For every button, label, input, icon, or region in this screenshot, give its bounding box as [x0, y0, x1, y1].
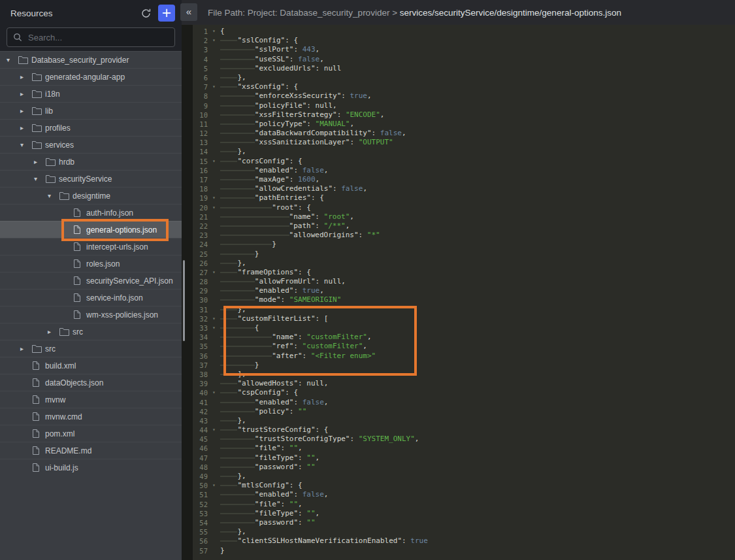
code-line-29[interactable]: 29"enabled": true,	[193, 286, 735, 295]
code-line-19[interactable]: 19▾"pathEntries": {	[193, 193, 735, 203]
code-line-3[interactable]: 3"sslPort": 443,	[193, 45, 735, 54]
tree-item-mvnw.cmd[interactable]: mvnw.cmd	[0, 408, 182, 425]
tree-item-build.xml[interactable]: build.xml	[0, 357, 182, 374]
code-line-56[interactable]: 56"clientSSLHostNameVerificationEnabled"…	[193, 536, 735, 546]
code-line-10[interactable]: 10"xssFilterStrategy": "ENCODE",	[193, 110, 735, 120]
code-line-40[interactable]: 40▾"cspConfig": {	[193, 388, 735, 397]
search-input[interactable]	[27, 32, 169, 43]
tree-item-intercept-urls.json[interactable]: intercept-urls.json	[0, 238, 182, 255]
code-line-39[interactable]: 39"allowedHosts": null,	[193, 379, 735, 388]
json-editor[interactable]: 1▾{2▾"sslConfig": {3"sslPort": 443,4"use…	[182, 25, 735, 560]
code-line-22[interactable]: 22"path": "/**",	[193, 222, 735, 231]
code-line-32[interactable]: 32▾"customFilterList": [	[193, 314, 735, 323]
code-line-51[interactable]: 51"enabled": false,	[193, 490, 735, 499]
tree-item-securityService[interactable]: ▾securityService	[0, 170, 182, 187]
refresh-button[interactable]	[138, 5, 154, 21]
tree-item-profiles[interactable]: ▸profiles	[0, 119, 182, 136]
code-line-17[interactable]: 17"maxAge": 1600,	[193, 175, 735, 184]
code-line-20[interactable]: 20▾"root": {	[193, 203, 735, 212]
code-line-36[interactable]: 36"after": "<Filter enum>"	[193, 352, 735, 361]
code-line-12[interactable]: 12"dataBackwardCompatibility": false,	[193, 129, 735, 138]
code-line-9[interactable]: 9"policyFile": null,	[193, 101, 735, 110]
tree-item-service-info.json[interactable]: service-info.json	[0, 289, 182, 306]
code-line-50[interactable]: 50▾"mtlsConfig": {	[193, 481, 735, 490]
code-line-30[interactable]: 30"mode": "SAMEORIGIN"	[193, 295, 735, 305]
code-line-16[interactable]: 16"enabled": false,	[193, 166, 735, 175]
code-line-21[interactable]: 21"name": "root",	[193, 212, 735, 222]
code-line-47[interactable]: 47"fileType": "",	[193, 453, 735, 463]
code-line-53[interactable]: 53"fileType": "",	[193, 509, 735, 518]
code-line-15[interactable]: 15▾"corsConfig": {	[193, 157, 735, 166]
code-line-14[interactable]: 14},	[193, 147, 735, 156]
fold-chevron-icon[interactable]: ▾	[208, 388, 220, 397]
fold-chevron-icon[interactable]: ▾	[208, 323, 220, 333]
code-area[interactable]: 1▾{2▾"sslConfig": {3"sslPort": 443,4"use…	[193, 27, 735, 555]
fold-chevron-icon[interactable]: ▾	[208, 268, 220, 277]
chevron-down-icon[interactable]: ▾	[20, 142, 32, 148]
tree-item-general-options.json[interactable]: general-options.json	[0, 221, 182, 238]
tree-item-wm-xss-policies.json[interactable]: wm-xss-policies.json	[0, 306, 182, 323]
chevron-right-icon[interactable]: ▸	[48, 329, 59, 335]
tree-item-dataObjects.json[interactable]: dataObjects.json	[0, 374, 182, 391]
code-line-23[interactable]: 23"allowedOrigins": "*"	[193, 231, 735, 240]
code-line-49[interactable]: 49},	[193, 472, 735, 481]
chevron-right-icon[interactable]: ▸	[20, 74, 32, 80]
search-box[interactable]	[7, 27, 175, 47]
code-line-33[interactable]: 33▾{	[193, 323, 735, 333]
fold-chevron-icon[interactable]: ▾	[208, 203, 220, 212]
add-resource-button[interactable]: +	[158, 5, 175, 22]
chevron-down-icon[interactable]: ▾	[48, 193, 59, 199]
code-line-8[interactable]: 8"enforceXssSecurity": true,	[193, 91, 735, 101]
fold-chevron-icon[interactable]: ▾	[208, 157, 220, 166]
tree-item-hrdb[interactable]: ▸hrdb	[0, 153, 182, 170]
code-line-46[interactable]: 46"file": "",	[193, 444, 735, 453]
code-line-35[interactable]: 35"ref": "customFilter",	[193, 342, 735, 351]
code-line-52[interactable]: 52"file": "",	[193, 500, 735, 509]
code-line-48[interactable]: 48"password": ""	[193, 463, 735, 472]
fold-chevron-icon[interactable]: ▾	[208, 481, 220, 490]
tree-item-Database_security_provider[interactable]: ▾Database_security_provider	[0, 51, 182, 68]
code-line-44[interactable]: 44▾"trustStoreConfig": {	[193, 425, 735, 435]
collapse-panel-button[interactable]: «	[180, 3, 197, 21]
code-line-28[interactable]: 28"allowFromUrl": null,	[193, 277, 735, 286]
code-line-7[interactable]: 7▾"xssConfig": {	[193, 82, 735, 91]
code-line-4[interactable]: 4"useSSL": false,	[193, 55, 735, 64]
tree-scrollbar-thumb[interactable]	[183, 260, 185, 341]
code-line-13[interactable]: 13"xssSanitizationLayer": "OUTPUT"	[193, 138, 735, 147]
fold-chevron-icon[interactable]: ▾	[208, 36, 220, 45]
fold-chevron-icon[interactable]: ▾	[208, 314, 220, 323]
chevron-right-icon[interactable]: ▸	[20, 346, 32, 352]
tree-item-src[interactable]: ▸src	[0, 323, 182, 340]
tree-item-README.md[interactable]: README.md	[0, 442, 182, 459]
tree-item-services[interactable]: ▾services	[0, 136, 182, 153]
fold-chevron-icon[interactable]: ▾	[208, 425, 220, 435]
code-line-6[interactable]: 6},	[193, 73, 735, 82]
code-line-1[interactable]: 1▾{	[193, 27, 735, 36]
code-line-43[interactable]: 43},	[193, 416, 735, 425]
code-line-11[interactable]: 11"policyType": "MANUAL",	[193, 120, 735, 129]
chevron-right-icon[interactable]: ▸	[20, 125, 32, 131]
tree-item-roles.json[interactable]: roles.json	[0, 255, 182, 272]
code-line-2[interactable]: 2▾"sslConfig": {	[193, 36, 735, 45]
code-line-41[interactable]: 41"enabled": false,	[193, 398, 735, 407]
code-line-37[interactable]: 37}	[193, 361, 735, 370]
code-line-27[interactable]: 27▾"frameOptions": {	[193, 268, 735, 277]
chevron-right-icon[interactable]: ▸	[34, 159, 46, 165]
tree-item-generated-angular-app[interactable]: ▸generated-angular-app	[0, 68, 182, 85]
code-line-5[interactable]: 5"excludedUrls": null	[193, 64, 735, 73]
code-line-26[interactable]: 26},	[193, 259, 735, 268]
fold-chevron-icon[interactable]: ▾	[208, 193, 220, 203]
code-line-25[interactable]: 25}	[193, 250, 735, 259]
chevron-down-icon[interactable]: ▾	[7, 57, 18, 63]
tree-item-src[interactable]: ▸src	[0, 340, 182, 357]
tree-item-securityService_API.json[interactable]: securityService_API.json	[0, 272, 182, 289]
code-line-18[interactable]: 18"allowCredentials": false,	[193, 184, 735, 193]
tree-item-i18n[interactable]: ▸i18n	[0, 85, 182, 102]
code-line-34[interactable]: 34"name": "customFilter",	[193, 333, 735, 342]
chevron-right-icon[interactable]: ▸	[20, 108, 32, 114]
fold-chevron-icon[interactable]: ▾	[208, 27, 220, 36]
tree-item-lib[interactable]: ▸lib	[0, 102, 182, 119]
tree-item-designtime[interactable]: ▾designtime	[0, 187, 182, 204]
chevron-right-icon[interactable]: ▸	[20, 91, 32, 97]
code-line-31[interactable]: 31},	[193, 305, 735, 314]
